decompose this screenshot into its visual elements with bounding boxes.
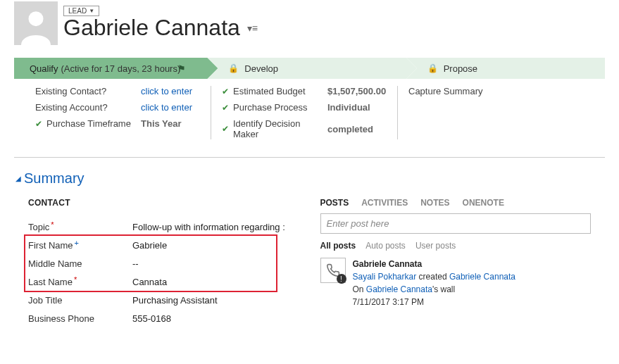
recommended-icon: + [75, 239, 79, 247]
post-filters: All posts Auto posts User posts [320, 241, 592, 251]
lock-icon: 🔒 [427, 63, 438, 73]
field-label: Job Title [28, 295, 62, 306]
field-value[interactable]: This Year [141, 118, 182, 129]
tab-notes[interactable]: NOTES [420, 198, 449, 208]
stage-develop[interactable]: 🔒 Develop [207, 58, 406, 79]
job-title-field[interactable]: Purchasing Assistant [132, 295, 218, 306]
info-badge-icon: ! [337, 274, 346, 284]
check-icon: ✔ [222, 87, 229, 96]
check-icon: ✔ [222, 124, 229, 134]
first-name-field[interactable]: Gabriele [132, 240, 167, 251]
lock-icon: 🔒 [228, 63, 239, 73]
stage-label: Develop [244, 63, 278, 74]
field-label: Estimated Budget [233, 86, 306, 96]
record-header: LEAD ▼ Gabriele Cannata ▾≡ [0, 0, 619, 52]
field-value-link[interactable]: click to enter [141, 86, 192, 96]
filter-user[interactable]: User posts [415, 241, 456, 251]
field-label: Purchase Process [233, 102, 308, 113]
flag-icon[interactable]: ⚑ [177, 63, 186, 74]
stage-fields: Existing Contact?click to enter Existing… [14, 79, 605, 158]
post-wall: On Gabriele Cannata's wall [353, 283, 515, 296]
tab-onenote[interactable]: ONENOTE [463, 198, 504, 208]
social-tabs: POSTS ACTIVITIES NOTES ONENOTE [320, 198, 592, 208]
field-label: Existing Contact? [35, 86, 106, 96]
field-label: First Name [28, 240, 73, 251]
field-label: Business Phone [28, 313, 94, 324]
entity-type-label: LEAD [68, 7, 87, 15]
tab-posts[interactable]: POSTS [320, 198, 349, 208]
stage-propose[interactable]: 🔒 Propose [406, 58, 605, 79]
post-target-link[interactable]: Gabriele Cannata [449, 272, 515, 282]
field-value[interactable]: completed [327, 124, 373, 134]
field-label: Purchase Timeframe [46, 118, 131, 129]
contact-heading: CONTACT [28, 198, 299, 208]
field-label: Topic [28, 222, 49, 232]
phone-icon: ! [320, 258, 346, 283]
field-value[interactable]: Individual [327, 102, 370, 113]
post-wall-link[interactable]: Gabriele Cannata [366, 284, 432, 294]
post-author-link[interactable]: Sayali Pokharkar [353, 272, 417, 282]
business-phone-field[interactable]: 555-0168 [132, 313, 171, 324]
stage-qualify[interactable]: Qualify (Active for 17 days, 23 hours) ⚑ [14, 58, 207, 79]
tab-activities[interactable]: ACTIVITIES [361, 198, 408, 208]
process-stages: Qualify (Active for 17 days, 23 hours) ⚑… [0, 58, 619, 79]
svg-point-0 [29, 11, 44, 26]
avatar [14, 1, 58, 45]
check-icon: ✔ [35, 119, 42, 129]
chevron-down-icon: ▼ [89, 8, 94, 14]
middle-name-field[interactable]: -- [132, 258, 139, 269]
field-label: Identify Decision Maker [233, 118, 327, 139]
stage-label: Propose [444, 63, 477, 74]
collapse-icon: ◢ [15, 175, 21, 182]
check-icon: ✔ [222, 103, 229, 113]
post-input[interactable]: Enter post here [320, 213, 592, 234]
last-name-field[interactable]: Cannata [132, 277, 167, 287]
field-value-link[interactable]: click to enter [141, 102, 192, 113]
required-icon: * [74, 275, 77, 284]
topic-field[interactable]: Follow-up with information regarding : [132, 222, 285, 232]
field-value[interactable]: $1,507,500.00 [327, 86, 386, 96]
stage-label: Qualify [30, 63, 58, 74]
field-label: Middle Name [28, 258, 82, 269]
filter-all[interactable]: All posts [320, 241, 356, 251]
field-label: Last Name [28, 277, 73, 287]
section-title: Summary [24, 170, 85, 187]
filter-auto[interactable]: Auto posts [365, 241, 406, 251]
section-summary-header[interactable]: ◢ Summary [0, 158, 619, 191]
record-title: Gabriele Cannata [63, 15, 240, 41]
field-label: Capture Summary [408, 86, 482, 96]
field-label: Existing Account? [35, 102, 108, 113]
post-time: 7/11/2017 3:17 PM [353, 296, 515, 308]
title-more-icon[interactable]: ▾≡ [247, 23, 258, 34]
required-icon: * [51, 220, 54, 229]
post-item: ! Gabriele Cannata Sayali Pokharkar crea… [320, 258, 592, 308]
post-line: Sayali Pokharkar created Gabriele Cannat… [353, 270, 515, 283]
post-title: Gabriele Cannata [353, 258, 515, 270]
stage-sublabel: (Active for 17 days, 23 hours) [61, 63, 180, 74]
